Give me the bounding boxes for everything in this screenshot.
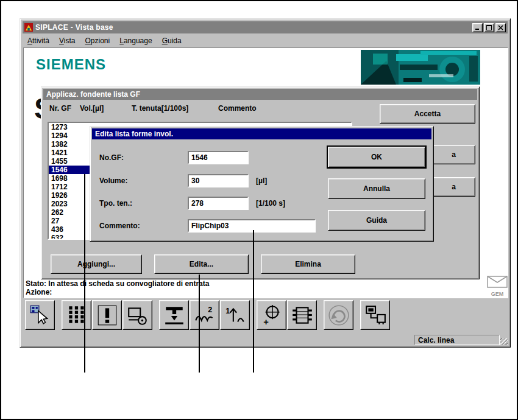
minimize-icon bbox=[475, 25, 480, 30]
toolbar-feeder-2-button[interactable]: 2 bbox=[190, 300, 219, 330]
commento-label: Commento: bbox=[99, 222, 140, 230]
menu-vista[interactable]: Vista bbox=[54, 35, 80, 47]
toolbar-cycle-button[interactable] bbox=[324, 300, 353, 330]
partial-hidden-button-2[interactable]: a bbox=[432, 177, 475, 197]
menu-opzioni[interactable]: Opzioni bbox=[80, 35, 115, 47]
commento-field[interactable] bbox=[188, 219, 316, 233]
maximize-icon bbox=[486, 25, 492, 30]
screen: SIPLACE - Vista base Attività Vista Opzi… bbox=[0, 0, 518, 420]
tpo-label: Tpo. ten.: bbox=[99, 199, 132, 208]
column-header-commento: Commento bbox=[218, 104, 257, 113]
maximize-button[interactable] bbox=[484, 23, 494, 32]
statusbar: Calc. linea bbox=[23, 334, 508, 346]
toolbar-component-cart-button[interactable] bbox=[122, 300, 152, 330]
window-controls bbox=[472, 23, 506, 32]
statusbar-panel: Calc. linea bbox=[414, 335, 500, 345]
toolbar-overview-pointer-button[interactable] bbox=[25, 300, 55, 330]
minimize-button[interactable] bbox=[472, 23, 483, 32]
svg-text:2: 2 bbox=[208, 305, 212, 313]
ok-button[interactable]: OK bbox=[328, 147, 425, 167]
status-lines: Stato: In attesa di scheda su convogliat… bbox=[26, 279, 209, 296]
tpo-field[interactable] bbox=[188, 197, 249, 210]
toolbar-vision-camera-button[interactable]: + bbox=[257, 300, 286, 330]
accetta-button[interactable]: Accetta bbox=[380, 104, 475, 124]
callout-line-edita-button bbox=[199, 275, 200, 373]
tpo-unit: [1/100 s] bbox=[256, 199, 285, 208]
edit-dialog: Edita lista forme invol. No.GF: Volume: … bbox=[90, 126, 434, 242]
app-icon bbox=[24, 23, 33, 32]
edit-dialog-title: Edita lista forme invol. bbox=[95, 130, 173, 138]
exclamation-icon bbox=[96, 304, 119, 327]
component-cart-icon bbox=[126, 304, 149, 327]
stato-text: In attesa di scheda su convogliatore di … bbox=[48, 279, 209, 288]
volume-field[interactable] bbox=[188, 174, 249, 187]
no-gf-label: No.GF: bbox=[99, 153, 124, 162]
volume-label: Volume: bbox=[99, 177, 127, 185]
overview-pointer-icon bbox=[29, 304, 52, 327]
toolbar-placement-head-button[interactable] bbox=[159, 300, 189, 330]
toolbar-feeder-1-up-button[interactable]: 1 bbox=[220, 300, 250, 330]
siemens-logo: SIEMENS bbox=[36, 56, 106, 73]
svg-text:+: + bbox=[263, 317, 269, 326]
close-button[interactable] bbox=[495, 23, 506, 32]
volume-unit: [µl] bbox=[256, 177, 267, 185]
cycle-icon bbox=[327, 304, 350, 327]
callout-line-list-selection bbox=[84, 174, 85, 373]
no-gf-field[interactable] bbox=[188, 151, 249, 164]
machine-photo bbox=[361, 50, 480, 85]
menu-guida[interactable]: Guida bbox=[157, 35, 186, 47]
gem-icon: GEM bbox=[486, 276, 509, 297]
placement-head-icon bbox=[163, 304, 186, 327]
gf-dialog-titlebar: Applicaz. fondente lista GF bbox=[43, 89, 477, 100]
column-header-nr-gf: Nr. GF bbox=[49, 104, 71, 113]
vision-camera-icon: + bbox=[260, 304, 283, 327]
envelope-icon bbox=[487, 276, 508, 288]
stato-label: Stato: bbox=[26, 279, 46, 288]
guida-button[interactable]: Guida bbox=[328, 210, 425, 231]
toolbar-component-matrix-button[interactable] bbox=[62, 300, 91, 330]
column-header-tenuta: T. tenuta[1/100s] bbox=[132, 104, 188, 113]
station-icon bbox=[364, 304, 387, 327]
partial-hidden-button-1[interactable]: a bbox=[432, 145, 475, 164]
toolbar-error-list-button[interactable] bbox=[92, 300, 122, 330]
feeder-2-icon: 2 bbox=[193, 304, 216, 327]
svg-text:1: 1 bbox=[225, 306, 230, 315]
feeder-1-up-icon: 1 bbox=[224, 304, 247, 327]
main-titlebar: SIPLACE - Vista base bbox=[23, 21, 508, 33]
toolbar-pcb-board-button[interactable] bbox=[287, 300, 317, 330]
toolbar: 2 1 + bbox=[23, 298, 508, 333]
pcb-board-icon bbox=[291, 304, 314, 327]
resize-grip[interactable] bbox=[500, 338, 508, 345]
close-icon bbox=[498, 25, 503, 30]
menu-attivita[interactable]: Attività bbox=[23, 35, 54, 47]
window-title: SIPLACE - Vista base bbox=[35, 23, 470, 32]
stato-line: Stato: In attesa di scheda su convogliat… bbox=[26, 279, 209, 288]
column-header-vol: Vol.[µl] bbox=[80, 104, 104, 113]
gem-label: GEM bbox=[486, 291, 509, 297]
callout-line-commento-field bbox=[253, 230, 254, 373]
azione-line: Azione: bbox=[26, 288, 209, 296]
edita-button[interactable]: Edita... bbox=[154, 254, 249, 274]
menu-language[interactable]: Language bbox=[115, 35, 157, 47]
gf-dialog-title: Applicaz. fondente lista GF bbox=[46, 90, 140, 99]
edit-dialog-titlebar: Edita lista forme invol. bbox=[92, 128, 431, 139]
elimina-button[interactable]: Elimina bbox=[261, 254, 355, 274]
toolbar-station-button[interactable] bbox=[360, 300, 390, 330]
menubar: Attività Vista Opzioni Language Guida bbox=[23, 35, 508, 47]
azione-label: Azione: bbox=[26, 288, 52, 296]
annulla-button[interactable]: Annulla bbox=[328, 178, 425, 199]
aggiungi-button[interactable]: Aggiungi... bbox=[51, 254, 142, 274]
